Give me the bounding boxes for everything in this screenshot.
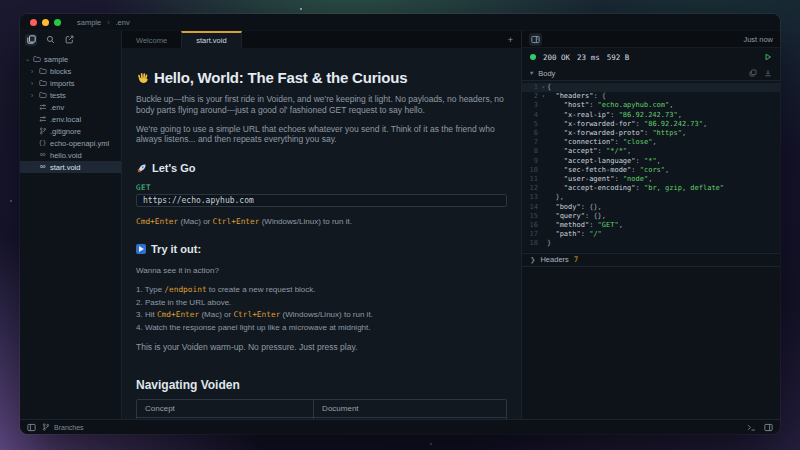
toggle-sidebar-icon[interactable] <box>27 423 36 432</box>
folder-icon <box>38 79 47 87</box>
json-punctuation <box>547 120 564 129</box>
json-punctuation: : {}, <box>585 212 606 221</box>
sidebar-item-blocks[interactable]: ›blocks <box>20 65 121 77</box>
inline-code: Ctrl+Enter <box>233 310 280 319</box>
chevron-down-icon[interactable]: ⌄ <box>25 55 32 63</box>
fold-spacer <box>540 166 547 175</box>
fold-spacer <box>540 212 547 221</box>
navigating-heading: Navigating Voiden <box>136 378 507 392</box>
headers-count-badge: 7 <box>574 255 579 264</box>
sidebar-item--gitignore[interactable]: .gitignore <box>20 125 121 137</box>
search-icon[interactable] <box>44 34 56 46</box>
sidebar-item-echo-openapi-yml[interactable]: {}echo-openapi.yml <box>20 137 121 149</box>
sliders-icon <box>38 115 47 123</box>
line-number: 10 <box>522 166 540 175</box>
json-key: "accept" <box>564 147 598 156</box>
sidebar-item--env[interactable]: .env <box>20 101 121 113</box>
line-number: 15 <box>522 212 540 221</box>
table-header-concept: Concept <box>137 400 314 417</box>
headers-section-header[interactable]: ❯ Headers 7 <box>522 253 780 267</box>
line-number: 17 <box>522 230 540 239</box>
close-window-button[interactable] <box>30 19 37 26</box>
json-value: "echo.apyhub.com" <box>598 101 670 110</box>
last-run-timestamp: Just now <box>743 35 773 44</box>
response-panel: Just now 200 OK 23 ms 592 B ▾ Body <box>522 31 780 419</box>
code-line: 10 "sec-fetch-mode": "cors", <box>522 166 780 175</box>
json-value: "*/*" <box>606 147 627 156</box>
text-span: 1. Type <box>136 285 164 294</box>
fold-spacer <box>540 184 547 193</box>
sidebar-item-start-void[interactable]: ∞start.void <box>20 161 121 173</box>
breadcrumb-file[interactable]: .env <box>116 18 130 27</box>
sidebar-item-hello-void[interactable]: ∞hello.void <box>20 149 121 161</box>
sidebar-item-sample[interactable]: ⌄sample <box>20 53 121 65</box>
breadcrumb-project[interactable]: sample <box>77 18 101 27</box>
json-punctuation: : <box>610 111 618 120</box>
files-icon[interactable] <box>25 34 37 46</box>
json-punctuation <box>547 175 564 184</box>
line-number: 13 <box>522 193 540 202</box>
json-punctuation: : <box>636 120 644 129</box>
file-label: sample <box>44 55 68 64</box>
fold-spacer <box>540 111 547 120</box>
try-it-outro: This is your Voiden warm-up. No pressure… <box>136 342 507 353</box>
headers-section-label: Headers <box>540 255 568 264</box>
line-number: 1 <box>522 83 540 92</box>
editor-pane: Welcomestart.void + Hello, World: The Fa… <box>122 31 522 419</box>
share-icon[interactable] <box>63 34 75 46</box>
page-title: Hello, World: The Fast & the Curious <box>136 69 507 86</box>
json-key: "x-real-ip" <box>564 111 610 120</box>
new-tab-button[interactable]: + <box>500 35 521 45</box>
file-label: hello.void <box>50 151 82 160</box>
tab-start-void[interactable]: start.void <box>181 31 241 48</box>
response-body-code[interactable]: 1▾{2▾ "headers": {3 "host": "echo.apyhub… <box>522 81 780 252</box>
json-punctuation <box>547 157 564 166</box>
json-punctuation: : <box>581 230 589 239</box>
folder-icon <box>38 67 47 75</box>
line-number: 8 <box>522 147 540 156</box>
rocket-emoji-icon <box>136 163 147 174</box>
json-punctuation: , <box>703 120 707 129</box>
json-value: "br, gzip, deflate" <box>644 184 724 193</box>
json-key: "x-forwarded-for" <box>564 120 636 129</box>
try-it-step: 4. Watch the response panel light up lik… <box>136 322 507 335</box>
code-line: 1▾{ <box>522 83 780 92</box>
panel-layout-icon[interactable] <box>529 33 542 46</box>
line-number: 14 <box>522 203 540 212</box>
document-editor[interactable]: Hello, World: The Fast & the Curious Buc… <box>122 48 521 419</box>
sidebar-item-tests[interactable]: ›tests <box>20 89 121 101</box>
chevron-right-icon[interactable]: › <box>31 68 38 75</box>
file-label: echo-openapi.yml <box>50 139 109 148</box>
toggle-panel-icon[interactable] <box>764 423 773 432</box>
fold-icon[interactable]: ▾ <box>540 92 547 101</box>
fold-spacer <box>540 101 547 110</box>
fold-icon[interactable]: ▾ <box>540 83 547 92</box>
branches-button[interactable]: Branches <box>42 423 84 431</box>
code-line: 18} <box>522 239 780 248</box>
run-request-icon[interactable] <box>764 53 772 61</box>
fold-spacer <box>540 175 547 184</box>
minimize-window-button[interactable] <box>42 19 49 26</box>
chevron-down-icon: ▾ <box>530 69 533 77</box>
json-punctuation: : <box>598 147 606 156</box>
json-key: "headers" <box>555 92 593 101</box>
maximize-window-button[interactable] <box>54 19 61 26</box>
url-input[interactable]: https://echo.apyhub.com <box>136 194 507 207</box>
sidebar-item--env-local[interactable]: .env.local <box>20 113 121 125</box>
chevron-right-icon[interactable]: › <box>31 80 38 87</box>
sidebar-item-imports[interactable]: ›imports <box>20 77 121 89</box>
file-label: tests <box>50 91 66 100</box>
chevron-right-icon[interactable]: › <box>31 92 38 99</box>
terminal-icon[interactable] <box>747 423 756 432</box>
concept-table-header: Concept Document <box>137 400 506 417</box>
try-it-step: 1. Type /endpoint to create a new reques… <box>136 284 507 297</box>
json-key: "connection" <box>564 138 615 147</box>
copy-icon[interactable] <box>749 69 757 77</box>
text-span: (Windows/Linux) to run it. <box>259 217 351 226</box>
download-icon[interactable] <box>764 69 772 77</box>
tab-welcome[interactable]: Welcome <box>122 31 181 48</box>
response-panel-header: Just now <box>522 31 780 48</box>
json-key: "sec-fetch-mode" <box>564 166 631 175</box>
line-number: 16 <box>522 221 540 230</box>
body-section-header[interactable]: ▾ Body <box>522 66 780 81</box>
